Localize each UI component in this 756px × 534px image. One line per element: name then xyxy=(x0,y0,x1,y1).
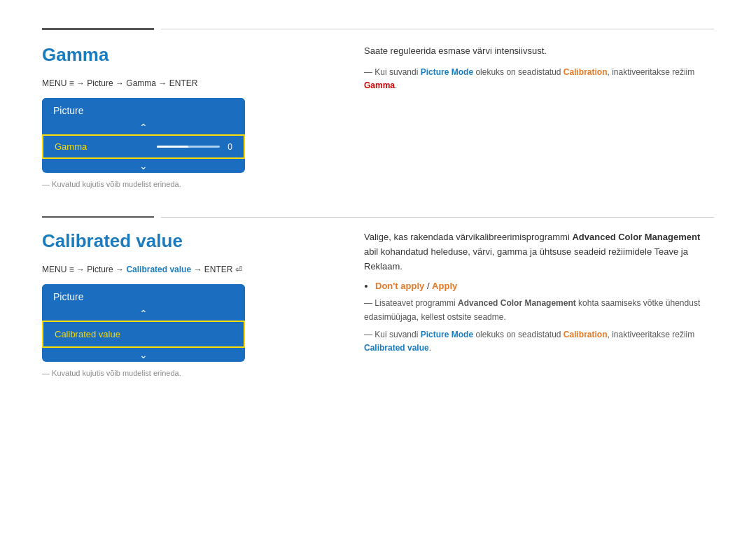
calibrated-arrow-up[interactable]: ⌃ xyxy=(42,307,245,321)
gamma-note-picture-mode: Picture Mode xyxy=(421,67,473,77)
calibrated-picture-box: Picture ⌃ Calibrated value ⌄ xyxy=(42,284,245,362)
gamma-slider-container: 0 xyxy=(144,142,232,152)
calibrated-picture-header: Picture xyxy=(42,284,245,307)
calibrated-desc-suffix: abil kohandatud heleduse, värvi, gamma j… xyxy=(364,246,688,272)
calibrated-desc-prefix: Valige, kas rakendada värvikalibreerimis… xyxy=(364,232,570,242)
calibrated-section: Calibrated value MENU ≡ → Picture → Cali… xyxy=(42,230,714,377)
gamma-note-suffix: , inaktiveeritakse režiim xyxy=(608,67,695,77)
gamma-arrow-up[interactable]: ⌃ xyxy=(42,120,245,134)
top-divider xyxy=(42,28,714,30)
gamma-picture-header: Picture xyxy=(42,98,245,120)
calibrated-menu-path: MENU ≡ → Picture → Calibrated value → EN… xyxy=(42,265,308,274)
calibrated-footnote: Kuvatud kujutis võib mudelist erineda. xyxy=(42,369,308,377)
divider-thick xyxy=(42,28,154,30)
gamma-left-col: Gamma MENU ≡ → Picture → Gamma → ENTER P… xyxy=(42,44,308,188)
calibrated-path-enter: → ENTER ⏎ xyxy=(191,265,242,274)
calibrated-note2: Kui suvandi Picture Mode olekuks on sead… xyxy=(364,328,714,355)
calibrated-right-col: Valige, kas rakendada värvikalibreerimis… xyxy=(308,230,714,377)
gamma-row-label: Gamma xyxy=(55,141,144,152)
calibrated-path-text: → Picture → xyxy=(76,265,126,274)
gamma-right-note: Kui suvandi Picture Mode olekuks on sead… xyxy=(364,66,714,92)
note2-end: . xyxy=(429,343,431,353)
divider-thin-2 xyxy=(161,217,714,218)
note2-prefix: Kui suvandi xyxy=(374,330,420,339)
note2-suffix: , inaktiveeritakse režiim xyxy=(608,330,695,339)
gamma-right-col: Saate reguleerida esmase värvi intensiiv… xyxy=(308,44,714,188)
calibrated-right-desc: Valige, kas rakendada värvikalibreerimis… xyxy=(364,230,714,274)
calibrated-left-col: Calibrated value MENU ≡ → Picture → Cali… xyxy=(42,230,308,377)
gamma-note-prefix: Kui suvandi xyxy=(374,67,420,77)
gamma-slider-value: 0 xyxy=(225,142,232,152)
gamma-title: Gamma xyxy=(42,44,308,66)
gamma-row: Gamma 0 xyxy=(42,134,245,159)
gamma-section: Gamma MENU ≡ → Picture → Gamma → ENTER P… xyxy=(42,44,714,188)
calibrated-menu-icon: MENU ≡ xyxy=(42,265,74,274)
calibrated-bullet-item: Don't apply / Apply xyxy=(375,281,714,291)
gamma-note-calibration: Calibration xyxy=(564,67,608,77)
note1-bold: Advanced Color Management xyxy=(458,298,576,308)
calibrated-title: Calibrated value xyxy=(42,230,308,252)
menu-icon: MENU ≡ xyxy=(42,78,74,88)
calibrated-arrow-down[interactable]: ⌄ xyxy=(42,348,245,362)
gamma-path-text: → Picture → Gamma → ENTER xyxy=(76,78,197,88)
gamma-right-desc: Saate reguleerida esmase värvi intensiiv… xyxy=(364,44,714,59)
gamma-picture-label: Picture xyxy=(53,105,84,116)
calibrated-bullet-list: Don't apply / Apply xyxy=(375,281,714,291)
gamma-note-mid: olekuks on seadistatud xyxy=(473,67,564,77)
calibrated-row-label: Calibrated value xyxy=(55,329,120,339)
gamma-footnote: Kuvatud kujutis võib mudelist erineda. xyxy=(42,180,308,188)
bullet-sep: / xyxy=(424,281,432,291)
divider-thick-2 xyxy=(42,216,154,218)
apply-label[interactable]: Apply xyxy=(432,281,457,291)
gamma-picture-box: Picture ⌃ Gamma 0 ⌄ xyxy=(42,98,245,173)
gamma-slider-track[interactable] xyxy=(157,146,220,148)
calibrated-picture-label: Picture xyxy=(53,291,84,302)
section-divider xyxy=(42,216,714,218)
calibrated-note1: Lisateavet programmi Advanced Color Mana… xyxy=(364,297,714,323)
note2-picture-mode: Picture Mode xyxy=(421,330,473,339)
calibrated-path-highlight: Calibrated value xyxy=(126,265,191,274)
gamma-menu-path: MENU ≡ → Picture → Gamma → ENTER xyxy=(42,78,308,88)
dont-apply-label[interactable]: Don't apply xyxy=(375,281,424,291)
note1-prefix: Lisateavet programmi xyxy=(374,298,458,308)
note2-calibration: Calibration xyxy=(564,330,608,339)
gamma-slider-fill xyxy=(157,146,188,148)
gamma-note-end: . xyxy=(395,80,397,90)
divider-thin xyxy=(161,29,714,29)
gamma-arrow-down[interactable]: ⌄ xyxy=(42,159,245,173)
calibrated-row: Calibrated value xyxy=(42,321,245,348)
calibrated-desc-bold: Advanced Color Management xyxy=(572,232,700,242)
gamma-note-gamma: Gamma xyxy=(364,80,395,90)
note2-mid: olekuks on seadistatud xyxy=(473,330,564,339)
note2-calibrated-value: Calibrated value xyxy=(364,343,429,353)
